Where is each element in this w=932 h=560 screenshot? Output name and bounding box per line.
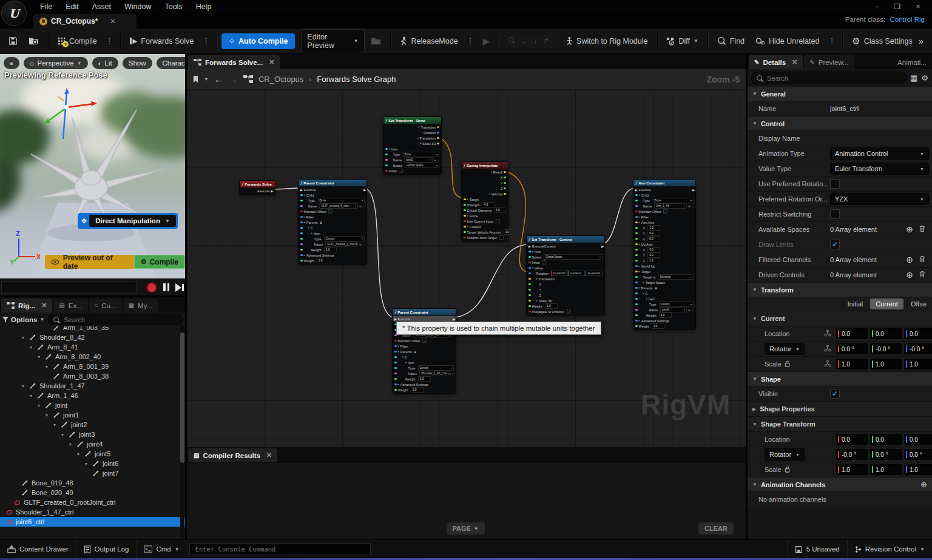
play-button[interactable] [175, 283, 181, 292]
tab-compiler-results[interactable]: ▤ Compiler Results ✕ [188, 448, 277, 462]
pin-icon-blue[interactable] [394, 383, 397, 386]
node-pin-translation[interactable]: ◂Translation [383, 135, 441, 141]
forwards-solve-options-icon[interactable]: ⋮ [200, 36, 212, 46]
node-pin-target[interactable]: ▸Target [633, 269, 695, 274]
lock-icon[interactable] [785, 360, 791, 368]
section-transform[interactable]: ▼Transform [748, 283, 932, 297]
close-button[interactable]: × [910, 2, 926, 11]
hide-unrelated-options-icon[interactable]: ⋮ [825, 36, 838, 46]
value-field-y[interactable]: 0.0 [870, 434, 902, 445]
node-pin-critical-damping[interactable]: Critical Damping1.0 [462, 207, 508, 213]
search-icon[interactable]: ○ [437, 158, 439, 162]
menu-help[interactable]: Help [189, 1, 218, 12]
tab-forwards-solve-graph[interactable]: Forwards Solve... ✕ [188, 55, 280, 69]
pin-expander-icon[interactable]: ▸ [398, 345, 399, 348]
perspective-button[interactable]: ◇Perspective▼ [24, 57, 88, 69]
pin-checkbox[interactable] [399, 169, 403, 173]
pin-expander-icon[interactable]: ▸ [467, 198, 468, 201]
pin-expander-icon[interactable]: ◂ [420, 142, 421, 145]
node-pin-maintain-offset[interactable]: Maintain Offset✓ [393, 338, 456, 343]
pin-expander-icon[interactable]: ▸ [304, 254, 305, 257]
pin-value-field[interactable]: 4.0 [482, 202, 495, 207]
pin-icon-enum[interactable] [300, 200, 303, 202]
subsection-shape-transform[interactable]: ▼Shape Transform [748, 417, 932, 432]
clear-icon[interactable]: ⊖ [688, 204, 691, 208]
pin-icon-float[interactable] [300, 260, 303, 262]
menu-window[interactable]: Window [118, 1, 158, 12]
node-pin-filter[interactable]: ▸Filter [299, 214, 366, 220]
node-pin-x[interactable]: X1.0 [633, 225, 695, 231]
pin-checkbox[interactable] [542, 260, 546, 265]
exec-out-pin-icon[interactable]: ▶ [363, 188, 366, 192]
pin-expander-icon[interactable]: ▸ [639, 270, 640, 273]
output-log-button[interactable]: Output Log [76, 540, 137, 558]
node-pin-weight[interactable]: Weight1.0 [299, 247, 366, 252]
hide-unrelated-button[interactable]: Hide Unrelated [751, 33, 824, 49]
node-pin-execute[interactable]: ▶Execute▶ [299, 187, 366, 192]
tree-item-arm-8-001-39[interactable]: ▾Arm_8_001_39 [0, 362, 185, 371]
expander-icon[interactable]: ▾ [22, 335, 27, 340]
property-dropdown[interactable]: YZX▼ [830, 193, 929, 205]
tree-item-joint[interactable]: ▾joint [0, 400, 185, 410]
cmd-dropdown[interactable]: Cmd ▼ [137, 540, 186, 558]
pin-icon-cyan[interactable] [635, 298, 638, 300]
pin-icon-enum[interactable] [385, 164, 388, 167]
pin-expander-icon[interactable]: ▾ [304, 194, 305, 197]
node-pin-weight[interactable]: Weight1.0 [299, 258, 366, 263]
pin-checkbox[interactable]: ✓ [422, 339, 427, 343]
pause-button[interactable] [163, 283, 169, 291]
pin-value-field[interactable]: 1.0 [324, 247, 337, 252]
exec-pin-icon[interactable]: ▶ [300, 188, 303, 192]
pin-value-field[interactable]: 0.0 [647, 236, 660, 241]
pin-expander-icon[interactable]: ◂ [417, 137, 418, 140]
pin-icon-float[interactable] [528, 294, 531, 297]
pin-icon-arr[interactable] [394, 351, 397, 353]
node-set-transform-bone[interactable]: ƒSet Transform - Bone▾TransformRotation◂… [383, 116, 442, 175]
node-pin-initialize-from-target[interactable]: Initialize from Target [462, 235, 508, 240]
content-drawer-button[interactable]: Content Drawer [0, 540, 76, 558]
node-pin-weight[interactable]: Weight1.0 [633, 312, 695, 318]
pin-icon-cyan[interactable] [635, 292, 638, 295]
node-pin-world-up[interactable]: ▸World Up [633, 263, 695, 269]
exec-out-pin-icon[interactable]: ▶ [692, 188, 695, 192]
node-pin-z[interactable]: Z [462, 186, 508, 191]
viewport-compile-button[interactable]: ⚙ Compile [134, 255, 185, 269]
menu-file[interactable]: File [33, 1, 59, 12]
forwards-solve-button[interactable]: ▶ Forwards Solve [125, 33, 199, 49]
pin-value-field[interactable]: 1.0 [494, 207, 506, 213]
pin-icon-blue[interactable] [635, 320, 638, 322]
transform-tab-offse[interactable]: Offse [905, 299, 932, 309]
value-field-x[interactable]: 0.0 [836, 434, 868, 445]
transform-gizmo[interactable] [45, 88, 97, 139]
pin-expander-icon[interactable]: ▸ [639, 215, 640, 218]
tab-my-blueprint[interactable]: ▦My... [123, 299, 158, 312]
class-settings-button[interactable]: ⚙ Class Settings [847, 32, 917, 50]
trash-icon[interactable] [919, 269, 925, 280]
pin-expander-icon[interactable]: ▸ [639, 265, 640, 268]
checkbox[interactable] [830, 209, 840, 219]
subsection-current[interactable]: ▼Current [748, 311, 932, 326]
pin-expander-icon[interactable]: ▸ [643, 281, 644, 284]
search-icon[interactable]: ○ [363, 243, 365, 246]
find-button[interactable]: Find [712, 33, 749, 49]
node-pin-x[interactable]: X [527, 282, 604, 287]
node-parent-constraint[interactable]: ƒParent Constraint▶Execute▶▾ChildTypeBon… [298, 179, 367, 265]
node-pin-z[interactable]: Z1.0 [633, 258, 695, 263]
pin-value-field[interactable]: 1.0 [659, 312, 672, 318]
section-collapse-icon[interactable]: ▼ [752, 287, 757, 292]
rotator-type-dropdown[interactable]: Rotator▼ [765, 343, 805, 355]
node-pin-x[interactable]: X [462, 175, 508, 180]
node-pin-z[interactable]: Z [527, 292, 604, 298]
step-into-icon[interactable]: ↓ [533, 37, 537, 46]
node-pin-type[interactable]: TypeBone▾ [633, 198, 695, 203]
menu-edit[interactable]: Edit [59, 1, 86, 12]
pin-icon-arr[interactable] [635, 287, 638, 289]
tree-item-joint7[interactable]: joint7 [0, 468, 185, 478]
pin-value-field[interactable]: 1.0 [647, 225, 660, 231]
graph-wire[interactable] [600, 188, 635, 245]
node-pin-name[interactable]: NameShoulder_1_47_ctrl▾⊖○ [393, 371, 456, 376]
node-forwards-solve[interactable]: ƒForwards SolveExecute▶ [239, 180, 275, 195]
zoom-icon[interactable] [508, 37, 514, 42]
pin-expander-icon[interactable]: ▸ [639, 319, 640, 322]
asset-tab-close-icon[interactable]: ✕ [110, 18, 115, 25]
